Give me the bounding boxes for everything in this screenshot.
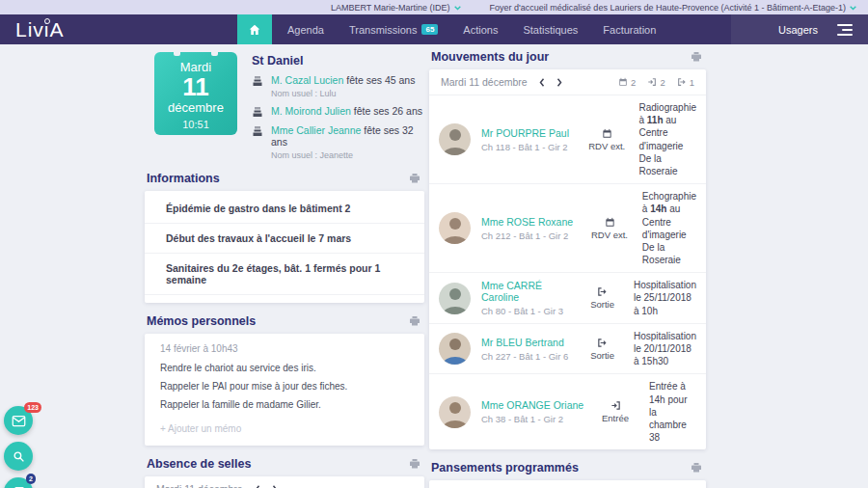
nav-home-tab[interactable] bbox=[237, 14, 272, 44]
date-month: décembre bbox=[154, 100, 237, 115]
right-column: Mouvements du jour Mardi 11 décembre 2 2… bbox=[429, 47, 706, 488]
sign-in-icon bbox=[647, 77, 657, 87]
avatar[interactable] bbox=[439, 396, 471, 428]
information-item: Début des travaux à l'accueil le 7 mars bbox=[145, 224, 424, 254]
pansements-panel: Pansements programmés Mardi 11 décembre … bbox=[429, 458, 706, 488]
app-logo[interactable]: LiviA bbox=[15, 19, 65, 40]
prev-day-icon[interactable] bbox=[255, 485, 260, 488]
chevron-down-icon bbox=[454, 6, 461, 11]
print-icon[interactable] bbox=[691, 462, 702, 474]
contacts-button[interactable]: 2 bbox=[4, 477, 33, 488]
next-day-icon[interactable] bbox=[556, 78, 562, 87]
rdv-counter: 2 bbox=[618, 77, 636, 88]
movement-desc: Hospitalisation le 25/11/2018 à 10h bbox=[626, 279, 696, 317]
sign-out-icon bbox=[597, 338, 608, 348]
birthday-cake-icon bbox=[252, 75, 263, 87]
avatar[interactable] bbox=[439, 283, 471, 314]
nav-item-statistiques[interactable]: Statistiques bbox=[523, 24, 578, 36]
establishment-menu[interactable]: Foyer d'accueil médicalisé des Lauriers … bbox=[490, 3, 856, 13]
calendar-notch bbox=[174, 50, 180, 56]
mouvement-row: Mme ORANGE Oriane Ch 38 - Bât 1 - Gir 2 … bbox=[429, 374, 706, 449]
memo-line: Rappeler la famille de madame Gilier. bbox=[160, 399, 409, 410]
transmissions-badge: 65 bbox=[421, 24, 438, 35]
movement-type: Sortie bbox=[579, 286, 626, 310]
user-name: LAMBERT Marie-Martine (IDE) bbox=[331, 3, 450, 13]
birthday-item: M. Cazal Lucien fête ses 45 ans Nom usue… bbox=[252, 74, 424, 98]
resident-name-link[interactable]: Mr POURPRE Paul bbox=[481, 127, 583, 139]
resident-name-link[interactable]: Mr BLEU Bertrand bbox=[481, 337, 579, 348]
birthday-item: Mme Callier Jeanne fête ses 32 ans Nom u… bbox=[252, 124, 424, 160]
panel-title: Informations bbox=[147, 172, 220, 185]
panel-title: Pansements programmés bbox=[431, 461, 579, 474]
nav-item-transmissions[interactable]: Transmissions65 bbox=[349, 24, 438, 36]
memo-line: Rendre le chariot au service des iris. bbox=[160, 363, 409, 373]
user-menu[interactable]: LAMBERT Marie-Martine (IDE) bbox=[331, 3, 461, 13]
informations-panel: Informations Épidémie de gastro dans le … bbox=[145, 169, 424, 303]
resident-name-link[interactable]: M. Cazal Lucien bbox=[271, 74, 343, 86]
add-memo-button[interactable]: + Ajouter un mémo bbox=[160, 423, 409, 434]
subhead-date: Mardi 11 décembre bbox=[441, 76, 528, 88]
resident-room: Ch 118 - Bât 1 - Gir 2 bbox=[481, 142, 583, 152]
search-icon bbox=[13, 450, 25, 463]
saint-body: St Daniel M. Cazal Lucien fête ses 45 an… bbox=[252, 52, 424, 160]
messages-button[interactable]: 123 bbox=[4, 406, 33, 435]
calendar-icon bbox=[605, 217, 615, 228]
floating-actions: 123 2 bbox=[4, 406, 33, 488]
print-icon[interactable] bbox=[691, 51, 702, 63]
resident-room: Ch 80 - Bât 1 - Gir 3 bbox=[481, 306, 579, 316]
resident-name-link[interactable]: Mme ROSE Roxane bbox=[481, 216, 584, 228]
mouvement-row: Mr POURPRE Paul Ch 118 - Bât 1 - Gir 2 R… bbox=[429, 95, 706, 184]
print-icon[interactable] bbox=[409, 173, 420, 184]
nav-item-agenda[interactable]: Agenda bbox=[287, 24, 324, 36]
avatar[interactable] bbox=[439, 123, 471, 155]
movement-type: Sortie bbox=[579, 338, 626, 361]
movement-type: Entrée bbox=[589, 400, 641, 423]
saint-block: Mardi 11 décembre 10:51 St Daniel M. Caz… bbox=[154, 52, 424, 160]
movement-desc: Hospitalisation le 20/11/2018 à 15h30 bbox=[626, 330, 696, 368]
memo-line: Rappeler le PAI pour mise à jour des fic… bbox=[160, 381, 409, 392]
print-icon[interactable] bbox=[409, 458, 420, 470]
nav-items: Agenda Transmissions65 Actions Statistiq… bbox=[287, 14, 656, 44]
mouvement-row: Mr BLEU Bertrand Ch 227 - Bât 1 - Gir 6 … bbox=[429, 324, 706, 375]
next-day-icon[interactable] bbox=[272, 485, 278, 488]
memo-date: 14 février à 10h43 bbox=[160, 343, 409, 354]
memos-panel: Mémos personnels 14 février à 10h43 Rend… bbox=[145, 312, 424, 446]
prev-day-icon[interactable] bbox=[539, 78, 545, 87]
messages-badge: 123 bbox=[24, 402, 41, 413]
movement-type: RDV ext. bbox=[584, 217, 635, 240]
resident-name-link[interactable]: Mme ORANGE Oriane bbox=[481, 399, 589, 411]
nav-item-usagers[interactable]: Usagers bbox=[778, 24, 818, 36]
print-icon[interactable] bbox=[409, 315, 420, 327]
panel-title: Mouvements du jour bbox=[431, 50, 549, 64]
date-day: 11 bbox=[154, 74, 237, 100]
resident-name-link[interactable]: Mme Callier Jeanne bbox=[271, 124, 361, 136]
movement-type: RDV ext. bbox=[583, 128, 632, 151]
movement-desc: Entrée à 14h pour la chambre 38 bbox=[641, 380, 696, 444]
sign-out-icon bbox=[597, 286, 608, 297]
nav-item-facturation[interactable]: Facturation bbox=[603, 24, 656, 36]
mouvement-row: Mme CARRÉ Caroline Ch 80 - Bât 1 - Gir 3… bbox=[429, 273, 706, 324]
birthday-cake-icon bbox=[252, 106, 263, 118]
panel-title: Absence de selles bbox=[147, 457, 251, 471]
calendar-notch bbox=[211, 50, 218, 56]
sign-out-icon bbox=[677, 77, 687, 87]
resident-room: Ch 212 - Bât 1 - Gir 2 bbox=[481, 230, 584, 241]
mouvements-panel: Mouvements du jour Mardi 11 décembre 2 2… bbox=[429, 47, 706, 449]
movement-desc: Radiographie à 11h au Centre d'imagerie … bbox=[632, 101, 697, 177]
date-time: 10:51 bbox=[154, 119, 237, 130]
sortie-counter: 1 bbox=[677, 77, 694, 88]
left-column: Mardi 11 décembre 10:51 St Daniel M. Caz… bbox=[145, 52, 424, 488]
resident-name-link[interactable]: Mme CARRÉ Caroline bbox=[481, 280, 579, 303]
avatar[interactable] bbox=[439, 333, 471, 365]
contacts-badge: 2 bbox=[26, 474, 36, 484]
nav-item-actions[interactable]: Actions bbox=[463, 24, 498, 36]
avatar[interactable] bbox=[439, 212, 471, 244]
main-nav: LiviA Agenda Transmissions65 Actions Sta… bbox=[0, 14, 868, 44]
menu-icon[interactable] bbox=[837, 24, 853, 36]
resident-name-link[interactable]: M. Moirond Julien bbox=[271, 105, 351, 117]
top-strip: LAMBERT Marie-Martine (IDE) Foyer d'accu… bbox=[0, 0, 868, 14]
resident-room: Ch 227 - Bât 1 - Gir 6 bbox=[481, 351, 579, 362]
envelope-icon bbox=[12, 415, 26, 427]
search-button[interactable] bbox=[4, 442, 33, 471]
chevron-down-icon bbox=[850, 6, 856, 11]
